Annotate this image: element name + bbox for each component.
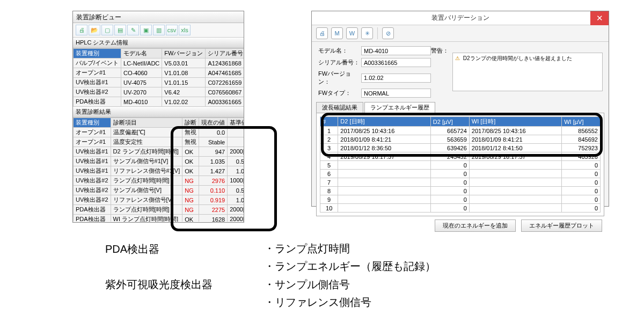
cell: 0.919	[199, 195, 228, 205]
plot-history-button[interactable]: エネルギー履歴プロット	[521, 219, 602, 232]
table-row[interactable]: 800	[320, 187, 601, 195]
cell: 無視	[182, 137, 199, 147]
label-fwtype: FWタイプ：	[318, 89, 361, 97]
table-row[interactable]: バルブ/イベントLC-NetII/ADCV5.03.01A124361868	[74, 58, 244, 68]
cell: オープン#1	[74, 68, 121, 78]
excel-icon[interactable]: xls	[179, 25, 191, 35]
cancel-icon[interactable]: ⊘	[382, 27, 394, 39]
note-icon[interactable]: ▤	[114, 25, 126, 35]
cell: 947	[199, 147, 228, 157]
diag-col-header: 現在の値	[199, 118, 228, 128]
cell: ---	[228, 128, 244, 137]
close-button[interactable]: ✕	[590, 11, 609, 25]
table-row[interactable]: 32018/01/12 8:36:506394262018/01/12 8:41…	[320, 144, 601, 152]
toolbar: 🖨 📂 ▢ ▤ ✎ ▣ ▥ csv xls	[73, 23, 244, 38]
diag-col-header: 診断	[182, 118, 199, 128]
table-row[interactable]: UV検出器#2サンプル側信号[V]NG0.1100.500[V]	[74, 186, 244, 195]
validation-form: モデル名： 警告： ⚠ D2ランプの使用時間がしきい値を超えました シリアル番号…	[312, 42, 609, 100]
table-row[interactable]: オープン#1温度偏差[℃]無視0.0---	[74, 128, 244, 137]
table-row[interactable]: UV検出器#2ランプ点灯時間[時間]NG29761000[時間]	[74, 176, 244, 186]
table-row[interactable]: 900	[320, 195, 601, 204]
cell: 1000[時間]	[228, 176, 244, 186]
cell: A003361665	[206, 97, 244, 107]
tab-wavelength[interactable]: 波長確認結果	[316, 102, 363, 113]
cell: オープン#1	[74, 137, 111, 147]
cell: V6.42	[162, 87, 206, 97]
table-row[interactable]: 700	[320, 178, 601, 187]
table-row[interactable]: UV検出器#1サンプル側信号#1[V]OK1.0350.500[V]	[74, 157, 244, 166]
cell: NG	[182, 205, 199, 215]
cell: MD-4010	[121, 97, 162, 107]
cell: 1.035	[199, 157, 228, 166]
button-row: 現在のエネルギーを追加 エネルギー履歴プロット	[312, 216, 609, 237]
doc-icon[interactable]: ▢	[101, 25, 113, 35]
cell: V1.02.02	[162, 97, 206, 107]
list-icon[interactable]: ▥	[153, 25, 165, 35]
table-row[interactable]: UV検出器#1UV-4075V1.01.15C072261659	[74, 78, 244, 87]
hist-col-header: WI [日時]	[469, 117, 561, 127]
validation-title-text: 装置バリデーション	[431, 13, 489, 23]
cell: 2000[時間]	[228, 147, 244, 157]
cell: WI ランプ点灯時間[時間]	[111, 215, 182, 222]
add-energy-button[interactable]: 現在のエネルギーを追加	[435, 219, 516, 232]
table-row[interactable]: 500	[320, 161, 601, 170]
field-serial	[361, 58, 431, 67]
wave-a-icon[interactable]: M	[331, 27, 343, 39]
warning-box: ⚠ D2ランプの使用時間がしきい値を超えました	[452, 53, 603, 91]
table-row[interactable]: PDA検出器ランプ点灯時間[時間]NG22752000[時間]	[74, 205, 244, 215]
validation-toolbar: 🖨 M W ✳ ⊘	[312, 25, 609, 42]
cell: 10	[320, 204, 338, 213]
table-row[interactable]: 22018/01/09 8:41:215636592018/01/09 8:41…	[320, 135, 601, 144]
cell: ランプ点灯時間[時間]	[111, 205, 182, 215]
cell: ---	[228, 137, 244, 147]
anno-sample-signal: ・サンプル側信号	[264, 277, 350, 292]
cell: 1.000[V]	[228, 195, 244, 205]
cell	[338, 195, 430, 204]
table-row[interactable]: オープン#1CO-4060V1.01.08A047461685	[74, 68, 244, 78]
cell: UV検出器#1	[74, 157, 111, 166]
history-table: #D2 [日時]D2 [µV]WI [日時]WI [µV] 12017/08/2…	[320, 116, 601, 213]
table-row[interactable]: PDA検出器WI ランプ点灯時間[時間]OK16282000[時間]	[74, 215, 244, 222]
field-fwver	[361, 74, 431, 83]
cell: 3	[320, 144, 338, 152]
csv-icon[interactable]: csv	[166, 25, 178, 35]
table-row[interactable]: 12017/08/25 10:43:166657242017/08/25 10:…	[320, 127, 601, 135]
cell: UV-2070	[121, 87, 162, 97]
sysinfo-table: 装置種別モデル名FWバージョンシリアル番号 バルブ/イベントLC-NetII/A…	[73, 48, 244, 107]
open-icon[interactable]: 📂	[89, 25, 100, 35]
cell: PDA検出器	[74, 205, 111, 215]
table-row[interactable]: UV検出器#1リファレンス側信号#1[V]OK1.4271.000[V]	[74, 166, 244, 176]
history-panel: #D2 [日時]D2 [µV]WI [日時]WI [µV] 12017/08/2…	[316, 113, 604, 216]
table-row[interactable]: UV検出器#2リファレンス側信号[V]NG0.9191.000[V]	[74, 195, 244, 205]
table-row[interactable]: UV検出器#1D2 ランプ点灯時間[時間]OK9472000[時間]	[74, 147, 244, 157]
table-row[interactable]: 600	[320, 170, 601, 178]
cell: 無視	[182, 128, 199, 137]
tab-lamp-history[interactable]: ランプエネルギー履歴	[364, 102, 435, 113]
cell: UV検出器#2	[74, 186, 111, 195]
edit-icon[interactable]: ✎	[127, 25, 139, 35]
spark-icon[interactable]: ✳	[361, 27, 373, 39]
diag-col-header: 基準値	[228, 118, 244, 128]
print-icon[interactable]: 🖨	[76, 25, 87, 35]
table-row[interactable]: PDA検出器MD-4010V1.02.02A003361665	[74, 97, 244, 107]
cell: 2018/01/12 8:36:50	[338, 144, 430, 152]
cell: 0	[430, 178, 469, 187]
table-row[interactable]: オープン#1温度安定性無視Stable---	[74, 137, 244, 147]
cell: 8	[320, 187, 338, 195]
cell: 2017/08/25 10:43:16	[338, 127, 430, 135]
table-row[interactable]: 1000	[320, 204, 601, 213]
table-row[interactable]: 42019/08/29 16:17:372434322019/08/29 16:…	[320, 152, 601, 161]
cell: 温度安定性	[111, 137, 182, 147]
table-row[interactable]: UV検出器#2UV-2070V6.42C076560867	[74, 87, 244, 97]
cell: 2976	[199, 176, 228, 186]
sysinfo-header: HPLC システム情報	[73, 38, 244, 48]
cell: 2018/01/09 8:41:21	[469, 135, 561, 144]
wave-b-icon[interactable]: W	[346, 27, 358, 39]
cell: PDA検出器	[74, 215, 111, 222]
cell: サンプル側信号#1[V]	[111, 157, 182, 166]
card-icon[interactable]: ▣	[140, 25, 152, 35]
cell: 1.000[V]	[228, 166, 244, 176]
cell: 639426	[430, 144, 469, 152]
cell: UV検出器#1	[74, 166, 111, 176]
print-icon[interactable]: 🖨	[316, 27, 328, 39]
